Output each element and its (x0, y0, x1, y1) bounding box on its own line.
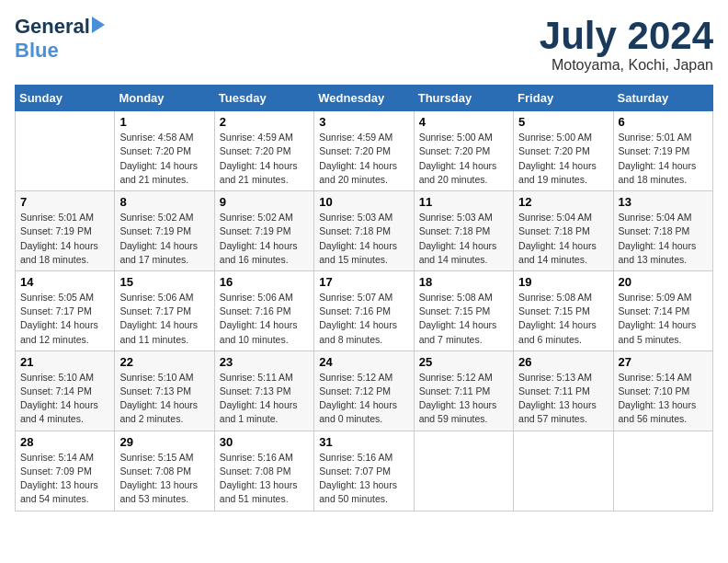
calendar-cell: 5Sunrise: 5:00 AM Sunset: 7:20 PM Daylig… (514, 111, 613, 191)
calendar-cell: 25Sunrise: 5:12 AM Sunset: 7:11 PM Dayli… (414, 350, 513, 431)
calendar-week-row: 21Sunrise: 5:10 AM Sunset: 7:14 PM Dayli… (16, 350, 713, 431)
day-number: 13 (619, 195, 708, 209)
day-number: 4 (419, 115, 508, 129)
page-header: General Blue July 2024 Motoyama, Kochi, … (15, 15, 713, 74)
day-number: 16 (220, 275, 309, 289)
calendar-cell (16, 111, 115, 191)
day-info: Sunrise: 5:10 AM Sunset: 7:13 PM Dayligh… (119, 371, 209, 427)
calendar-week-row: 28Sunrise: 5:14 AM Sunset: 7:09 PM Dayli… (16, 431, 713, 511)
day-info: Sunrise: 4:58 AM Sunset: 7:20 PM Dayligh… (119, 131, 209, 187)
calendar-cell: 20Sunrise: 5:09 AM Sunset: 7:14 PM Dayli… (613, 270, 712, 350)
day-info: Sunrise: 5:06 AM Sunset: 7:16 PM Dayligh… (220, 291, 309, 347)
calendar-table: SundayMondayTuesdayWednesdayThursdayFrid… (15, 85, 713, 511)
day-number: 9 (220, 195, 309, 209)
calendar-cell: 23Sunrise: 5:11 AM Sunset: 7:13 PM Dayli… (214, 350, 313, 431)
day-number: 28 (20, 435, 109, 449)
day-info: Sunrise: 5:10 AM Sunset: 7:14 PM Dayligh… (20, 371, 109, 427)
calendar-cell: 1Sunrise: 4:58 AM Sunset: 7:20 PM Daylig… (115, 111, 214, 191)
calendar-week-row: 1Sunrise: 4:58 AM Sunset: 7:20 PM Daylig… (16, 111, 713, 191)
day-number: 27 (619, 355, 708, 369)
day-info: Sunrise: 5:15 AM Sunset: 7:08 PM Dayligh… (119, 451, 209, 507)
calendar-cell (613, 431, 712, 511)
calendar-cell: 24Sunrise: 5:12 AM Sunset: 7:12 PM Dayli… (314, 350, 414, 431)
day-info: Sunrise: 5:03 AM Sunset: 7:18 PM Dayligh… (319, 211, 408, 267)
day-info: Sunrise: 5:11 AM Sunset: 7:13 PM Dayligh… (220, 371, 309, 427)
calendar-cell: 30Sunrise: 5:16 AM Sunset: 7:08 PM Dayli… (214, 431, 313, 511)
day-number: 3 (319, 115, 408, 129)
calendar-cell: 27Sunrise: 5:14 AM Sunset: 7:10 PM Dayli… (613, 350, 712, 431)
calendar-cell: 10Sunrise: 5:03 AM Sunset: 7:18 PM Dayli… (314, 191, 414, 271)
calendar-cell (514, 431, 613, 511)
day-info: Sunrise: 5:02 AM Sunset: 7:19 PM Dayligh… (220, 211, 309, 267)
day-number: 30 (220, 435, 309, 449)
calendar-cell: 9Sunrise: 5:02 AM Sunset: 7:19 PM Daylig… (214, 191, 313, 271)
calendar-cell: 13Sunrise: 5:04 AM Sunset: 7:18 PM Dayli… (613, 191, 712, 271)
calendar-cell: 31Sunrise: 5:16 AM Sunset: 7:07 PM Dayli… (314, 431, 414, 511)
day-number: 31 (319, 435, 408, 449)
calendar-cell: 8Sunrise: 5:02 AM Sunset: 7:19 PM Daylig… (115, 191, 214, 271)
day-info: Sunrise: 5:04 AM Sunset: 7:18 PM Dayligh… (619, 211, 708, 267)
day-info: Sunrise: 5:12 AM Sunset: 7:12 PM Dayligh… (319, 371, 408, 427)
day-number: 1 (119, 115, 209, 129)
day-info: Sunrise: 5:08 AM Sunset: 7:15 PM Dayligh… (518, 291, 608, 347)
month-title: July 2024 (540, 15, 713, 57)
calendar-cell: 28Sunrise: 5:14 AM Sunset: 7:09 PM Dayli… (16, 431, 115, 511)
calendar-cell: 16Sunrise: 5:06 AM Sunset: 7:16 PM Dayli… (214, 270, 313, 350)
calendar-week-row: 7Sunrise: 5:01 AM Sunset: 7:19 PM Daylig… (16, 191, 713, 271)
day-number: 17 (319, 275, 408, 289)
calendar-cell: 18Sunrise: 5:08 AM Sunset: 7:15 PM Dayli… (414, 270, 513, 350)
day-number: 22 (119, 355, 209, 369)
day-number: 6 (619, 115, 708, 129)
calendar-cell: 21Sunrise: 5:10 AM Sunset: 7:14 PM Dayli… (16, 350, 115, 431)
day-info: Sunrise: 5:05 AM Sunset: 7:17 PM Dayligh… (20, 291, 109, 347)
calendar-cell: 6Sunrise: 5:01 AM Sunset: 7:19 PM Daylig… (613, 111, 712, 191)
calendar-cell: 26Sunrise: 5:13 AM Sunset: 7:11 PM Dayli… (514, 350, 613, 431)
day-info: Sunrise: 4:59 AM Sunset: 7:20 PM Dayligh… (220, 131, 309, 187)
header-wednesday: Wednesday (314, 86, 414, 111)
day-number: 12 (518, 195, 608, 209)
location: Motoyama, Kochi, Japan (540, 57, 713, 74)
day-info: Sunrise: 5:00 AM Sunset: 7:20 PM Dayligh… (419, 131, 508, 187)
header-thursday: Thursday (414, 86, 513, 111)
logo-blue-text: Blue (15, 39, 59, 63)
day-info: Sunrise: 5:13 AM Sunset: 7:11 PM Dayligh… (518, 371, 608, 427)
day-info: Sunrise: 5:06 AM Sunset: 7:17 PM Dayligh… (119, 291, 209, 347)
day-number: 24 (319, 355, 408, 369)
day-info: Sunrise: 5:00 AM Sunset: 7:20 PM Dayligh… (518, 131, 608, 187)
day-info: Sunrise: 4:59 AM Sunset: 7:20 PM Dayligh… (319, 131, 408, 187)
day-info: Sunrise: 5:09 AM Sunset: 7:14 PM Dayligh… (619, 291, 708, 347)
header-saturday: Saturday (613, 86, 712, 111)
calendar-cell: 7Sunrise: 5:01 AM Sunset: 7:19 PM Daylig… (16, 191, 115, 271)
day-info: Sunrise: 5:01 AM Sunset: 7:19 PM Dayligh… (619, 131, 708, 187)
day-number: 18 (419, 275, 508, 289)
day-info: Sunrise: 5:02 AM Sunset: 7:19 PM Dayligh… (119, 211, 209, 267)
logo: General Blue (15, 15, 105, 63)
calendar-cell: 14Sunrise: 5:05 AM Sunset: 7:17 PM Dayli… (16, 270, 115, 350)
calendar-cell: 19Sunrise: 5:08 AM Sunset: 7:15 PM Dayli… (514, 270, 613, 350)
day-number: 23 (220, 355, 309, 369)
day-number: 29 (119, 435, 209, 449)
day-info: Sunrise: 5:04 AM Sunset: 7:18 PM Dayligh… (518, 211, 608, 267)
calendar-cell: 29Sunrise: 5:15 AM Sunset: 7:08 PM Dayli… (115, 431, 214, 511)
calendar-header-row: SundayMondayTuesdayWednesdayThursdayFrid… (16, 86, 713, 111)
day-number: 10 (319, 195, 408, 209)
day-info: Sunrise: 5:07 AM Sunset: 7:16 PM Dayligh… (319, 291, 408, 347)
calendar-cell: 15Sunrise: 5:06 AM Sunset: 7:17 PM Dayli… (115, 270, 214, 350)
day-number: 20 (619, 275, 708, 289)
logo-arrow-icon (92, 17, 105, 33)
calendar-cell: 12Sunrise: 5:04 AM Sunset: 7:18 PM Dayli… (514, 191, 613, 271)
day-number: 7 (20, 195, 109, 209)
day-info: Sunrise: 5:12 AM Sunset: 7:11 PM Dayligh… (419, 371, 508, 427)
logo-general-text: General (15, 15, 90, 39)
day-number: 25 (419, 355, 508, 369)
calendar-cell: 17Sunrise: 5:07 AM Sunset: 7:16 PM Dayli… (314, 270, 414, 350)
day-number: 8 (119, 195, 209, 209)
day-info: Sunrise: 5:16 AM Sunset: 7:08 PM Dayligh… (220, 451, 309, 507)
day-info: Sunrise: 5:14 AM Sunset: 7:10 PM Dayligh… (619, 371, 708, 427)
day-number: 5 (518, 115, 608, 129)
day-number: 2 (220, 115, 309, 129)
calendar-cell: 4Sunrise: 5:00 AM Sunset: 7:20 PM Daylig… (414, 111, 513, 191)
day-number: 14 (20, 275, 109, 289)
day-number: 15 (119, 275, 209, 289)
header-tuesday: Tuesday (214, 86, 313, 111)
